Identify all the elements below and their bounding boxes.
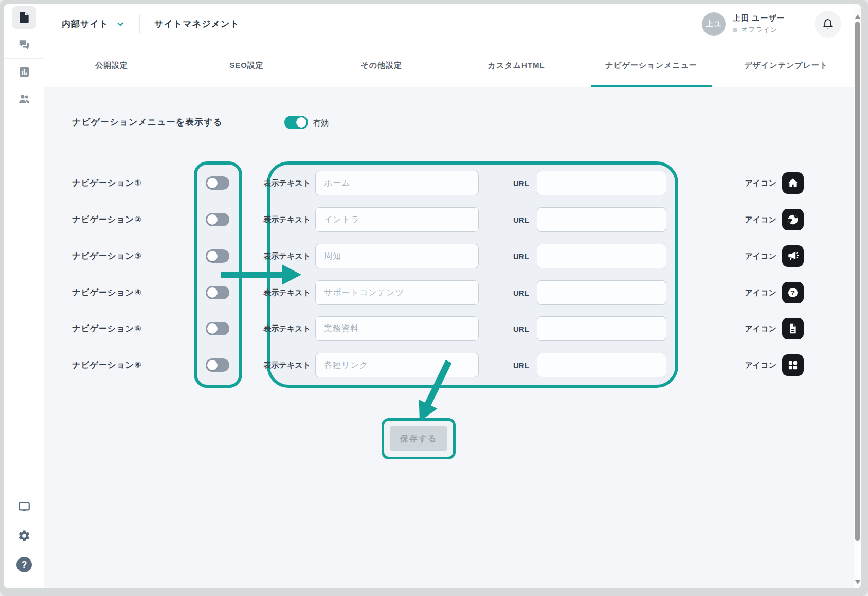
icon-picker[interactable]	[782, 172, 804, 194]
tab-other-settings[interactable]: その他設定	[314, 44, 449, 87]
tab-design-template[interactable]: デザインテンプレート	[719, 44, 854, 87]
document-icon	[786, 322, 800, 335]
icon-picker[interactable]	[782, 209, 804, 230]
display-text-label: 表示テキスト	[262, 360, 311, 370]
tab-label: デザインテンプレート	[744, 61, 828, 70]
tab-label: ナビゲーションメニュー	[605, 61, 697, 70]
display-text-input[interactable]	[315, 244, 479, 268]
display-text-label: 表示テキスト	[262, 324, 311, 334]
url-label: URL	[513, 179, 529, 188]
display-text-input[interactable]	[315, 207, 479, 232]
header-divider	[139, 14, 140, 34]
grid-icon	[786, 358, 800, 372]
icon-picker[interactable]	[782, 318, 804, 339]
tab-label: SEO設定	[229, 61, 264, 70]
nav-row-toggle[interactable]	[206, 322, 229, 335]
tab-custom-html[interactable]: カスタムHTML	[449, 44, 584, 87]
header-divider	[800, 14, 800, 34]
sidebar-item-settings[interactable]	[4, 521, 44, 550]
nav-row-toggle[interactable]	[206, 249, 229, 263]
scroll-up-arrow[interactable]	[855, 14, 860, 19]
display-text-input[interactable]	[315, 280, 479, 305]
tab-label: 公開設定	[95, 61, 128, 70]
avatar[interactable]: 上ユ	[702, 12, 726, 36]
display-menu-label: ナビゲーションメニューを表示する	[72, 116, 223, 128]
tab-navigation-menu[interactable]: ナビゲーションメニュー	[584, 44, 718, 87]
url-label: URL	[513, 252, 529, 261]
url-label: URL	[513, 288, 529, 297]
page-title: サイトマネジメント	[154, 18, 240, 30]
sidebar-item-users[interactable]	[4, 85, 44, 112]
nav-row-label: ナビゲーション③	[72, 251, 142, 262]
header: 内部サイト サイトマネジメント 上ユ 上田 ユーザー オフライン	[44, 4, 854, 44]
people-icon	[17, 92, 31, 105]
scroll-down-arrow[interactable]	[855, 580, 860, 584]
url-input[interactable]	[537, 280, 666, 305]
toggle-knob	[207, 360, 218, 370]
icon-label: アイコン	[739, 360, 776, 370]
icon-label: アイコン	[739, 324, 776, 334]
toggle-state-label: 有効	[313, 118, 329, 128]
active-tile	[12, 6, 36, 29]
scrollbar-thumb[interactable]	[855, 22, 860, 541]
display-text-input[interactable]	[315, 171, 479, 195]
header-right: 上ユ 上田 ユーザー オフライン	[702, 11, 841, 38]
home-icon	[786, 176, 800, 190]
display-text-input[interactable]	[315, 316, 479, 341]
monitor-icon	[17, 500, 31, 514]
sidebar-item-chat[interactable]	[4, 31, 44, 58]
nav-row-toggle[interactable]	[206, 286, 229, 299]
sidebar-item-analytics[interactable]	[4, 59, 44, 85]
nav-row-toggle[interactable]	[206, 358, 229, 372]
sidebar-item-help[interactable]: ?	[4, 550, 44, 579]
gear-icon	[17, 529, 31, 543]
icon-picker[interactable]	[782, 245, 804, 267]
nav-row-label: ナビゲーション①	[72, 178, 142, 189]
url-input[interactable]	[537, 316, 666, 341]
site-switcher[interactable]: 内部サイト	[62, 18, 125, 30]
nav-row-label: ナビゲーション④	[72, 287, 142, 298]
display-menu-toggle[interactable]	[284, 116, 308, 129]
offline-status-dot	[733, 28, 737, 32]
tab-seo-settings[interactable]: SEO設定	[179, 44, 314, 87]
url-input[interactable]	[537, 353, 666, 377]
tab-publish-settings[interactable]: 公開設定	[44, 44, 179, 87]
toggle-knob	[207, 323, 218, 334]
notifications-button[interactable]	[815, 11, 841, 38]
url-label: URL	[513, 215, 529, 224]
sidebar: ?	[4, 4, 44, 588]
nav-row-toggle[interactable]	[206, 213, 229, 226]
annotation-arrow-right	[221, 264, 301, 285]
icon-picker[interactable]: ?	[782, 282, 804, 303]
annotation-save-box: 保存する	[382, 418, 456, 459]
globe-icon	[786, 213, 800, 226]
document-icon	[17, 11, 31, 24]
icon-picker[interactable]	[782, 354, 804, 376]
arrow-head	[282, 264, 301, 285]
user-meta: 上田 ユーザー オフライン	[733, 13, 785, 34]
help-icon: ?	[16, 557, 32, 572]
url-input[interactable]	[537, 171, 666, 195]
tab-label: その他設定	[360, 61, 402, 70]
svg-text:?: ?	[791, 289, 795, 297]
megaphone-icon	[786, 249, 800, 263]
sidebar-item-documents[interactable]	[4, 4, 44, 31]
arrow-shaft	[221, 272, 283, 278]
icon-label: アイコン	[739, 178, 776, 188]
bar-chart-icon	[18, 66, 30, 78]
nav-row-label: ナビゲーション⑥	[72, 360, 142, 371]
save-button[interactable]: 保存する	[390, 426, 447, 451]
chat-icon	[17, 38, 31, 51]
nav-row-label: ナビゲーション②	[72, 214, 142, 225]
toggle-knob	[207, 178, 218, 188]
status-text: オフライン	[741, 25, 778, 34]
toggle-knob	[207, 214, 218, 225]
url-input[interactable]	[537, 207, 666, 232]
nav-row-toggle[interactable]	[206, 176, 229, 190]
vertical-scrollbar[interactable]	[854, 4, 861, 588]
toggle-knob	[207, 251, 218, 261]
tab-label: カスタムHTML	[488, 61, 545, 70]
sidebar-item-display[interactable]	[4, 493, 44, 521]
url-input[interactable]	[537, 244, 666, 268]
icon-label: アイコン	[739, 288, 776, 298]
